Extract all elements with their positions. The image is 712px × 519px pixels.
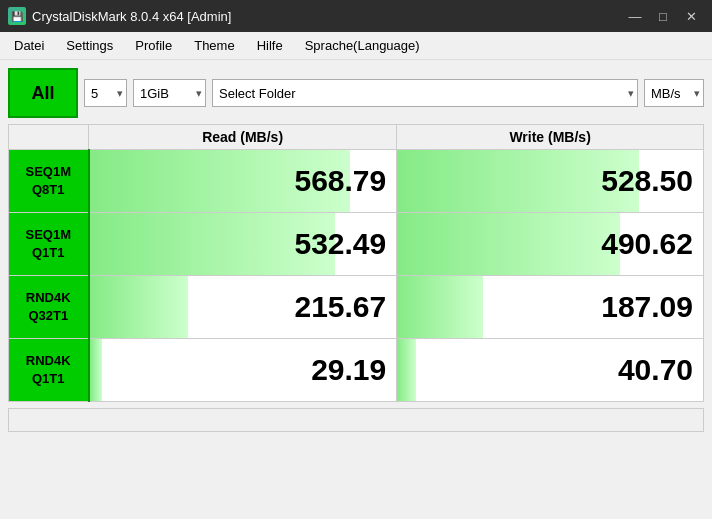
folder-select-wrapper: Select Folder <box>212 79 638 107</box>
row-label-2: RND4KQ32T1 <box>9 276 89 339</box>
table-row: RND4KQ1T129.1940.70 <box>9 339 704 402</box>
toolbar: All 1 3 5 10 512MiB 1GiB 2GiB 4GiB Selec… <box>8 68 704 118</box>
write-value-3: 40.70 <box>397 339 704 402</box>
read-value-2: 215.67 <box>89 276 397 339</box>
write-value-1: 490.62 <box>397 213 704 276</box>
menu-theme[interactable]: Theme <box>184 35 244 56</box>
write-value-2: 187.09 <box>397 276 704 339</box>
table-row: RND4KQ32T1215.67187.09 <box>9 276 704 339</box>
main-content: All 1 3 5 10 512MiB 1GiB 2GiB 4GiB Selec… <box>0 60 712 519</box>
table-row: SEQ1MQ1T1532.49490.62 <box>9 213 704 276</box>
unit-select[interactable]: MB/s GB/s IOPS μs <box>644 79 704 107</box>
title-bar: 💾 CrystalDiskMark 8.0.4 x64 [Admin] — □ … <box>0 0 712 32</box>
folder-select[interactable]: Select Folder <box>212 79 638 107</box>
row-label-1: SEQ1MQ1T1 <box>9 213 89 276</box>
results-table: Read (MB/s) Write (MB/s) SEQ1MQ8T1568.79… <box>8 124 704 402</box>
write-value-0: 528.50 <box>397 150 704 213</box>
all-button[interactable]: All <box>8 68 78 118</box>
size-select[interactable]: 512MiB 1GiB 2GiB 4GiB <box>133 79 206 107</box>
menu-profile[interactable]: Profile <box>125 35 182 56</box>
menu-settings[interactable]: Settings <box>56 35 123 56</box>
status-bar <box>8 408 704 432</box>
unit-select-wrapper: MB/s GB/s IOPS μs <box>644 79 704 107</box>
close-button[interactable]: ✕ <box>678 6 704 26</box>
col-read-header: Read (MB/s) <box>89 125 397 150</box>
title-bar-left: 💾 CrystalDiskMark 8.0.4 x64 [Admin] <box>8 7 231 25</box>
size-select-wrapper: 512MiB 1GiB 2GiB 4GiB <box>133 79 206 107</box>
col-label-header <box>9 125 89 150</box>
col-write-header: Write (MB/s) <box>397 125 704 150</box>
count-select[interactable]: 1 3 5 10 <box>84 79 127 107</box>
count-select-wrapper: 1 3 5 10 <box>84 79 127 107</box>
table-row: SEQ1MQ8T1568.79528.50 <box>9 150 704 213</box>
menu-hilfe[interactable]: Hilfe <box>247 35 293 56</box>
row-label-0: SEQ1MQ8T1 <box>9 150 89 213</box>
read-value-1: 532.49 <box>89 213 397 276</box>
row-label-3: RND4KQ1T1 <box>9 339 89 402</box>
app-icon: 💾 <box>8 7 26 25</box>
title-bar-text: CrystalDiskMark 8.0.4 x64 [Admin] <box>32 9 231 24</box>
title-bar-controls: — □ ✕ <box>622 6 704 26</box>
read-value-0: 568.79 <box>89 150 397 213</box>
read-value-3: 29.19 <box>89 339 397 402</box>
maximize-button[interactable]: □ <box>650 6 676 26</box>
menu-language[interactable]: Sprache(Language) <box>295 35 430 56</box>
minimize-button[interactable]: — <box>622 6 648 26</box>
menu-datei[interactable]: Datei <box>4 35 54 56</box>
menu-bar: Datei Settings Profile Theme Hilfe Sprac… <box>0 32 712 60</box>
